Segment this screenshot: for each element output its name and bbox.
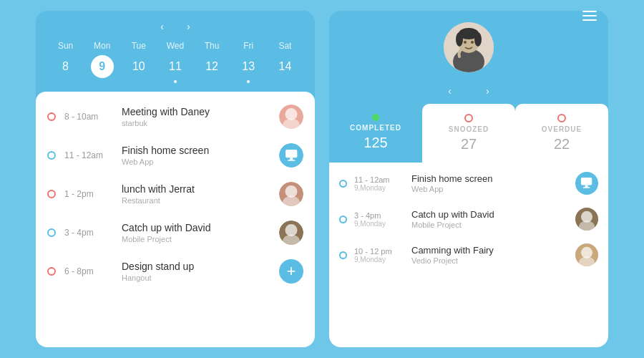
green-dot xyxy=(372,114,379,121)
profile-avatar xyxy=(444,22,494,72)
event-title: Finish home screen xyxy=(122,145,270,156)
event-date-sub: 9,Monday xyxy=(354,256,404,263)
svg-point-15 xyxy=(464,41,467,44)
event-date-sub: 9,Monday xyxy=(354,220,404,228)
event-details: Finish home screen Web App xyxy=(122,145,270,166)
event-time: 6 - 8pm xyxy=(64,266,113,276)
stat-number: 22 xyxy=(554,136,570,153)
event-title: Design stand up xyxy=(122,261,270,272)
event-time: 3 - 4pm xyxy=(64,228,113,238)
svg-rect-18 xyxy=(585,185,588,188)
weekday-col[interactable]: Wed11 xyxy=(160,41,191,83)
event-avatar xyxy=(279,182,303,206)
right-event-dot xyxy=(339,251,347,259)
event-item[interactable]: 11 - 12amFinish home screen Web App xyxy=(36,136,315,175)
weekday-name: Fri xyxy=(243,41,253,51)
event-details: Meeting with Daney starbuk xyxy=(122,106,270,127)
right-event-time: 10 - 12 pm9,Monday xyxy=(354,247,404,263)
right-event-sub: Mobile Project xyxy=(411,221,568,229)
right-event-item[interactable]: 10 - 12 pm9,MondayCamming with Fairy Ved… xyxy=(329,237,608,273)
event-item[interactable]: 1 - 2pmlunch with Jerrat Restaurant xyxy=(36,175,315,213)
event-avatar xyxy=(279,221,303,245)
stat-card-overdue[interactable]: OVERDUE 22 xyxy=(515,104,608,163)
day-dot xyxy=(174,80,177,83)
weekday-num[interactable]: 10 xyxy=(127,55,150,78)
right-event-dot xyxy=(339,216,347,223)
event-sub: Mobile Project xyxy=(122,235,270,243)
svg-point-23 xyxy=(579,256,595,266)
event-time: 1 - 2pm xyxy=(64,189,113,199)
event-sub: Web App xyxy=(122,158,270,166)
prev-month-right-arrow[interactable]: ‹ xyxy=(448,85,452,97)
event-title: lunch with Jerrat xyxy=(122,183,270,195)
right-event-avatar xyxy=(575,208,598,231)
stat-number: 125 xyxy=(364,135,387,151)
event-details: Catch up with David Mobile Project xyxy=(122,222,270,243)
right-event-details: Finish home screen Web App xyxy=(411,173,568,193)
weekday-name: Thu xyxy=(205,41,220,51)
weekday-num[interactable]: 12 xyxy=(200,55,223,78)
svg-point-1 xyxy=(283,118,300,129)
event-title: Catch up with David xyxy=(122,222,270,233)
right-events-list: 11 - 12am9,MondayFinish home screen Web … xyxy=(329,163,608,347)
weekday-num[interactable]: 13 xyxy=(237,55,260,78)
weekday-num[interactable]: 8 xyxy=(54,55,77,78)
event-item[interactable]: 8 - 10amMeeting with Daney starbuk xyxy=(36,97,315,136)
events-list: 8 - 10amMeeting with Daney starbuk 11 - … xyxy=(36,92,315,347)
next-month-arrow[interactable]: › xyxy=(187,21,190,32)
event-sub: Hangout xyxy=(122,274,270,282)
weekday-num[interactable]: 14 xyxy=(273,55,296,78)
fab-button[interactable]: + xyxy=(279,259,303,284)
avatar-svg xyxy=(444,22,494,72)
prev-month-arrow[interactable]: ‹ xyxy=(160,21,164,32)
right-event-avatar xyxy=(575,243,598,266)
right-event-time: 3 - 4pm9,Monday xyxy=(354,211,404,228)
stat-card-completed[interactable]: COMPLETED 125 xyxy=(329,104,422,163)
weekday-col[interactable]: Tue10 xyxy=(123,41,155,83)
svg-rect-4 xyxy=(288,160,295,161)
event-dot xyxy=(47,267,56,276)
next-month-right-arrow[interactable]: › xyxy=(486,85,489,97)
weekday-num[interactable]: 11 xyxy=(164,55,187,78)
stat-label: COMPLETED xyxy=(350,124,401,132)
hamburger-menu[interactable] xyxy=(582,11,597,21)
event-item[interactable]: 3 - 4pmCatch up with David Mobile Projec… xyxy=(36,213,315,252)
stat-label: SNOOZED xyxy=(449,125,489,133)
weekday-name: Sun xyxy=(58,41,73,51)
event-details: lunch with Jerrat Restaurant xyxy=(122,183,270,205)
right-event-sub: Vedio Project xyxy=(411,256,568,265)
event-avatar: + xyxy=(279,259,303,284)
weekdays-row: Sun8Mon9Tue10Wed11Thu12Fri13Sat14 xyxy=(36,38,315,84)
left-panel: ‹ › Sun8Mon9Tue10Wed11Thu12Fri13Sat14 8 … xyxy=(36,11,315,347)
svg-point-21 xyxy=(579,221,595,231)
event-avatar xyxy=(279,143,303,168)
weekday-name: Wed xyxy=(167,41,184,51)
stat-card-snoozed[interactable]: SNOOZED 27 xyxy=(422,104,515,163)
event-item[interactable]: 6 - 8pmDesign stand up Hangout+ xyxy=(36,252,315,291)
weekday-col[interactable]: Thu12 xyxy=(196,41,228,83)
svg-point-8 xyxy=(283,234,300,245)
stats-row: COMPLETED 125 SNOOZED 27 OVERDUE 22 xyxy=(329,104,608,163)
event-date-sub: 9,Monday xyxy=(354,184,404,192)
event-time: 8 - 10am xyxy=(64,112,113,122)
right-event-item[interactable]: 3 - 4pm9,MondayCatch up with David Mobil… xyxy=(329,201,608,237)
day-dot xyxy=(247,80,250,83)
svg-point-16 xyxy=(471,41,474,44)
weekday-col[interactable]: Fri13 xyxy=(233,41,264,83)
weekday-col[interactable]: Sun8 xyxy=(50,41,82,83)
weekday-name: Tue xyxy=(132,41,146,51)
event-sub: Restaurant xyxy=(122,196,270,205)
weekday-col[interactable]: Sat14 xyxy=(269,41,301,83)
weekday-num[interactable]: 9 xyxy=(91,55,114,78)
right-event-title: Finish home screen xyxy=(411,173,568,184)
right-event-item[interactable]: 11 - 12am9,MondayFinish home screen Web … xyxy=(329,165,608,201)
svg-point-6 xyxy=(283,195,300,206)
weekday-col[interactable]: Mon9 xyxy=(87,41,118,83)
right-event-title: Catch up with David xyxy=(411,209,568,220)
right-event-sub: Web App xyxy=(411,185,568,193)
event-title: Meeting with Daney xyxy=(122,106,270,117)
event-details: Design stand up Hangout xyxy=(122,261,270,282)
svg-rect-2 xyxy=(286,150,297,158)
event-dot xyxy=(47,112,56,121)
event-avatar xyxy=(279,105,303,129)
